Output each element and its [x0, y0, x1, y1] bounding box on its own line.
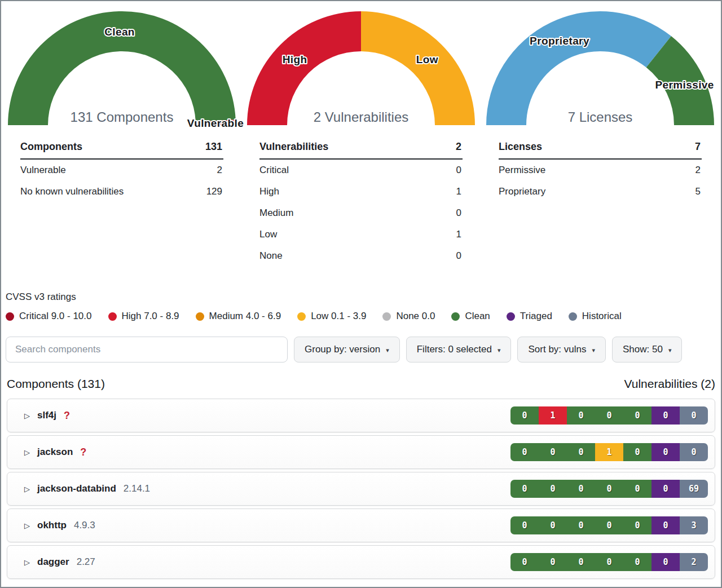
- vulnerability-bar-segment: 2: [680, 553, 708, 571]
- gauge-center-label: 2 Vulnerabilities: [314, 109, 409, 125]
- show-dropdown-button[interactable]: Show: 50▾: [612, 337, 682, 362]
- summary-table-total: 2: [456, 141, 461, 153]
- component-row-jackson[interactable]: ▷jackson?0001000: [7, 435, 715, 469]
- gauge-svg-components: CleanVulnerable131 Components: [2, 5, 241, 127]
- vulnerability-bar-segment: 1: [595, 443, 623, 461]
- summary-table-total: 7: [695, 141, 701, 153]
- summary-row-label: Medium: [259, 207, 293, 219]
- component-row-jackson-databind[interactable]: ▷jackson-databind2.14.100000069: [7, 472, 715, 506]
- vulnerability-bar-segment: 0: [651, 443, 680, 461]
- legend-item-label: Critical 9.0 - 10.0: [19, 311, 92, 322]
- vulnerability-bar-segment: 0: [510, 406, 539, 425]
- vulnerabilities-list-header: Vulnerabilities (2): [624, 377, 715, 391]
- summary-row-value: 0: [456, 165, 461, 176]
- summary-table-title: Components: [20, 141, 82, 153]
- expand-caret-icon[interactable]: ▷: [24, 558, 30, 567]
- vulnerability-bar-segment: 0: [651, 516, 680, 534]
- component-row-slf4j[interactable]: ▷slf4j?0100000: [7, 399, 715, 432]
- summary-row-value: 1: [456, 186, 461, 197]
- gauge-segment-low: [361, 11, 475, 125]
- vulnerability-bar-segment: 0: [510, 553, 539, 571]
- vulnerability-bar-segment: 0: [567, 443, 595, 461]
- summary-row-value: 0: [456, 250, 461, 262]
- summary-table-inner: Licenses7Permissive2Proprietary5: [499, 138, 702, 202]
- unknown-version-icon: ?: [80, 446, 86, 458]
- group-by-dropdown-button[interactable]: Group by: version▾: [294, 337, 400, 362]
- vulnerability-bar-segment: 0: [595, 516, 623, 534]
- dropdown-button-label: Group by: version: [305, 344, 380, 355]
- legend-item-label: Low 0.1 - 3.9: [311, 311, 366, 322]
- list-headers: Components (131) Vulnerabilities (2): [1, 377, 721, 391]
- filters-dropdown-button[interactable]: Filters: 0 selected▾: [406, 337, 512, 362]
- legend-item-label: Historical: [582, 311, 622, 322]
- component-version: 2.27: [77, 556, 95, 568]
- summary-table-row: Critical0: [259, 160, 463, 181]
- expand-caret-icon[interactable]: ▷: [24, 521, 30, 530]
- gauge-segment-label: Vulnerable: [187, 117, 244, 129]
- dropdown-button-label: Sort by: vulns: [528, 344, 586, 355]
- component-name: dagger: [37, 556, 69, 568]
- legend-dot-icon: [297, 312, 306, 321]
- legend-item: Critical 9.0 - 10.0: [6, 311, 92, 322]
- vulnerability-bar-segment: 0: [623, 406, 651, 425]
- component-row-left: ▷jackson?: [24, 446, 86, 458]
- vulnerability-bar-segment: 0: [539, 443, 567, 461]
- summary-row-label: Critical: [259, 165, 289, 176]
- licenses-gauge: ProprietaryPermissive7 Licenses: [481, 5, 720, 127]
- component-row-left: ▷dagger2.27: [24, 556, 95, 568]
- component-name: jackson: [37, 446, 73, 458]
- vulnerability-bar-segment: 0: [567, 406, 595, 425]
- vulnerability-bar-segment: 0: [567, 516, 595, 534]
- gauge-svg-vulnerabilities: HighLow2 Vulnerabilities: [241, 5, 481, 127]
- summary-table-row: Medium0: [259, 202, 463, 224]
- summary-table-header: Vulnerabilities2: [259, 138, 463, 160]
- legend-dot-icon: [382, 312, 391, 321]
- expand-caret-icon[interactable]: ▷: [24, 485, 30, 493]
- component-version: 2.14.1: [124, 483, 150, 494]
- summary-table-components: Components131Vulnerable2No known vulnera…: [2, 138, 241, 267]
- component-list: ▷slf4j?0100000▷jackson?0001000▷jackson-d…: [1, 399, 721, 579]
- expand-caret-icon[interactable]: ▷: [24, 412, 30, 420]
- vulnerability-bar-segment: 0: [567, 553, 595, 571]
- summary-table-row: No known vulnerabilities129: [20, 181, 223, 202]
- search-input[interactable]: [6, 337, 288, 362]
- summary-row-label: Vulnerable: [20, 165, 66, 176]
- dashboard-page: CleanVulnerable131 Components HighLow2 V…: [0, 0, 722, 588]
- vulnerability-bar-segment: 0: [510, 443, 539, 461]
- summary-table-row: Low1: [259, 224, 463, 245]
- component-row-okhttp[interactable]: ▷okhttp4.9.30000003: [7, 509, 715, 542]
- vulnerability-bar-segment: 0: [623, 480, 651, 498]
- vulnerability-bar-segment: 0: [623, 443, 651, 461]
- legend-dot-icon: [6, 312, 14, 321]
- legend-item: Medium 4.0 - 6.9: [196, 311, 281, 322]
- vulnerability-bar-segment: 0: [651, 480, 680, 498]
- legend-item: Low 0.1 - 3.9: [297, 311, 366, 322]
- gauge-segment-label: Proprietary: [530, 35, 589, 47]
- summary-table-inner: Vulnerabilities2Critical0High1Medium0Low…: [259, 138, 463, 267]
- gauge-segment-high: [247, 11, 361, 125]
- chevron-down-icon: ▾: [498, 346, 501, 354]
- gauge-center-label: 131 Components: [71, 109, 174, 125]
- component-name: slf4j: [37, 410, 56, 421]
- vulnerability-bar-segment: 0: [567, 480, 595, 498]
- sort-by-dropdown-button[interactable]: Sort by: vulns▾: [517, 337, 606, 362]
- summary-row-value: 129: [206, 186, 222, 197]
- summary-table-row: Vulnerable2: [20, 160, 223, 181]
- components-gauge: CleanVulnerable131 Components: [2, 5, 241, 127]
- component-row-dagger[interactable]: ▷dagger2.270000002: [7, 545, 715, 579]
- legend-items: Critical 9.0 - 10.0High 7.0 - 8.9Medium …: [6, 311, 716, 322]
- summary-table-title: Licenses: [499, 141, 542, 153]
- summary-row-value: 1: [456, 229, 461, 240]
- summary-row-label: Proprietary: [499, 186, 545, 197]
- components-list-header: Components (131): [7, 377, 105, 391]
- vulnerability-bar-segment: 0: [539, 480, 567, 498]
- expand-caret-icon[interactable]: ▷: [24, 448, 30, 457]
- chevron-down-icon: ▾: [668, 346, 672, 354]
- summary-row-value: 2: [695, 165, 701, 176]
- vulnerability-bar-segment: 0: [680, 406, 708, 425]
- vulnerability-bar-segment: 0: [623, 516, 651, 534]
- gauge-segment-label: Permissive: [655, 79, 714, 91]
- vulnerability-bar-segment: 0: [623, 553, 651, 571]
- summary-row-label: Low: [259, 229, 277, 240]
- unknown-version-icon: ?: [64, 410, 70, 422]
